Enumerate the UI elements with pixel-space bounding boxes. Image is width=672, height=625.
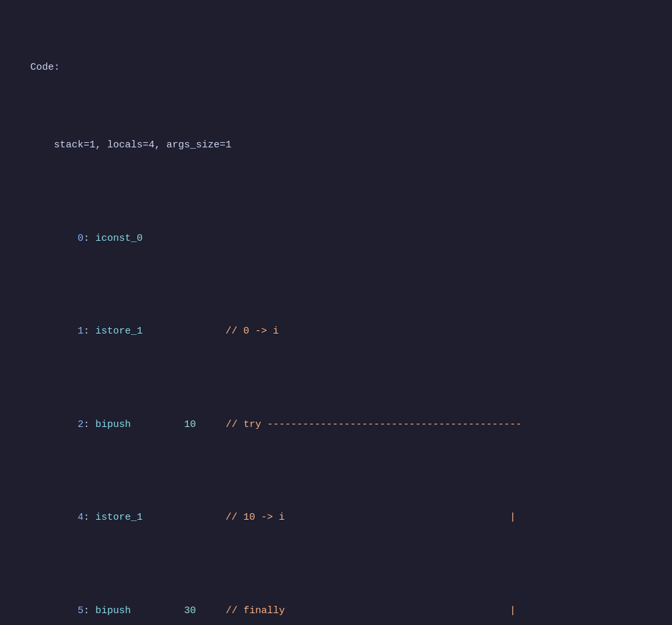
code-line-2: 2: bipush 10 // try --------------------…	[7, 401, 665, 448]
code-block: Code: stack=1, locals=4, args_size=1 0: …	[7, 13, 665, 625]
stack-info: stack=1, locals=4, args_size=1	[7, 122, 665, 169]
code-header: Code:	[7, 44, 665, 91]
code-line-0: 0: iconst_0	[7, 214, 665, 262]
code-line-4: 4: istore_1 // 10 -> i |	[7, 494, 665, 541]
code-line-1: 1: istore_1 // 0 -> i	[7, 308, 665, 355]
code-line-5: 5: bipush 30 // finally |	[7, 587, 665, 625]
